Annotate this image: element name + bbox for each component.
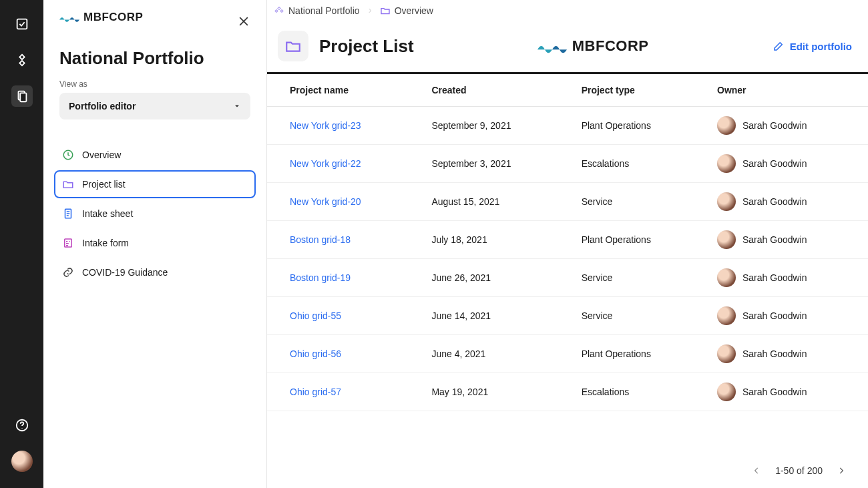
cell-type: Plant Operations (568, 107, 704, 145)
owner-avatar (717, 230, 736, 249)
cell-owner: Sarah Goodwin (717, 306, 855, 325)
pager-prev-button[interactable] (748, 463, 765, 479)
project-name-link[interactable]: Boston grid-19 (290, 272, 351, 283)
rail-docs-icon[interactable] (11, 85, 33, 107)
pager-next-button[interactable] (833, 463, 849, 479)
page-title: Project List (319, 36, 414, 57)
svg-point-8 (69, 241, 71, 242)
rail-apps-icon[interactable] (11, 49, 33, 71)
cell-owner: Sarah Goodwin (717, 268, 855, 287)
svg-point-4 (21, 428, 22, 429)
owner-avatar (717, 116, 736, 135)
chevron-right-icon (837, 466, 846, 475)
table-row[interactable]: New York grid-23September 9, 2021Plant O… (267, 107, 868, 145)
sheet-icon (62, 208, 74, 220)
svg-rect-2 (20, 93, 26, 101)
project-name-link[interactable]: New York grid-22 (290, 158, 361, 169)
form-icon (62, 237, 74, 249)
col-project-name[interactable]: Project name (267, 73, 418, 107)
app-rail (0, 0, 43, 488)
pager: 1-50 of 200 (267, 453, 868, 488)
sidebar-item-covid-guidance[interactable]: COVID-19 Guidance (54, 258, 256, 286)
breadcrumb: National Portfolio Overview (267, 0, 868, 21)
cell-type: Escalations (568, 145, 704, 183)
sidebar-item-label: Intake form (82, 238, 129, 248)
rail-help-icon[interactable] (11, 415, 33, 436)
cell-created: September 9, 2021 (418, 107, 568, 145)
folder-icon (62, 178, 74, 190)
table-row[interactable]: Ohio grid-56June 4, 2021Plant Operations… (267, 335, 868, 373)
breadcrumb-section-label: Overview (395, 5, 433, 16)
cell-owner: Sarah Goodwin (717, 116, 855, 135)
project-name-link[interactable]: New York grid-23 (290, 120, 361, 131)
view-as-label: View as (43, 71, 266, 93)
owner-name: Sarah Goodwin (742, 196, 807, 207)
project-name-link[interactable]: Boston grid-18 (290, 234, 351, 245)
cell-type: Plant Operations (568, 335, 704, 373)
table-row[interactable]: Ohio grid-55June 14, 2021ServiceSarah Go… (267, 297, 868, 335)
cell-owner: Sarah Goodwin (717, 344, 855, 363)
owner-name: Sarah Goodwin (742, 120, 807, 131)
sidebar-item-intake-form[interactable]: Intake form (54, 229, 256, 257)
role-select[interactable]: Portfolio editor (59, 93, 250, 119)
col-project-type[interactable]: Project type (568, 73, 704, 107)
cell-owner: Sarah Goodwin (717, 230, 855, 249)
owner-name: Sarah Goodwin (742, 272, 807, 283)
table-row[interactable]: New York grid-20August 15, 2021ServiceSa… (267, 183, 868, 221)
cell-type: Service (568, 183, 704, 221)
project-name-link[interactable]: Ohio grid-57 (290, 387, 341, 397)
table-row[interactable]: Ohio grid-57May 19, 2021EscalationsSarah… (267, 373, 868, 411)
rail-home-icon[interactable] (11, 13, 33, 35)
cell-created: May 19, 2021 (418, 373, 568, 411)
cell-created: July 18, 2021 (418, 221, 568, 259)
cell-owner: Sarah Goodwin (717, 383, 855, 401)
close-sidebar-button[interactable] (234, 12, 253, 31)
cell-created: August 15, 2021 (418, 183, 568, 221)
breadcrumb-section[interactable]: Overview (380, 5, 433, 16)
edit-portfolio-button[interactable]: Edit portfolio (773, 40, 852, 52)
cell-type: Service (568, 297, 704, 335)
header-brand-name: MBFCORP (572, 37, 649, 55)
clock-icon (62, 149, 74, 161)
sidebar-nav: Overview Project list Intake sheet Intak… (43, 136, 266, 292)
header-brand-logo: MBFCORP (425, 37, 762, 55)
cell-created: June 26, 2021 (418, 259, 568, 297)
rail-user-avatar[interactable] (11, 451, 33, 472)
sidebar-item-label: Overview (82, 150, 121, 160)
main-content: National Portfolio Overview Project List… (267, 0, 868, 488)
cell-type: Service (568, 259, 704, 297)
sidebar-item-label: COVID-19 Guidance (82, 267, 168, 278)
sidebar-item-label: Project list (82, 179, 126, 190)
owner-name: Sarah Goodwin (742, 158, 807, 169)
chevron-left-icon (752, 466, 761, 475)
table-row[interactable]: New York grid-22September 3, 2021Escalat… (267, 145, 868, 183)
cell-created: September 3, 2021 (418, 145, 568, 183)
sidebar-item-label: Intake sheet (82, 208, 133, 219)
owner-name: Sarah Goodwin (742, 348, 807, 359)
folder-icon (380, 5, 391, 16)
col-created[interactable]: Created (418, 73, 568, 107)
link-icon (62, 266, 74, 278)
sidebar-item-intake-sheet[interactable]: Intake sheet (54, 200, 256, 228)
cell-owner: Sarah Goodwin (717, 154, 855, 173)
chevron-right-icon (367, 5, 373, 16)
projects-table: Project name Created Project type Owner … (267, 72, 868, 411)
pager-range: 1-50 of 200 (775, 465, 823, 476)
sidebar-item-overview[interactable]: Overview (54, 141, 256, 169)
sidebar-item-project-list[interactable]: Project list (54, 170, 256, 198)
svg-rect-0 (17, 19, 27, 29)
brand-logo: MBFCORP (59, 11, 143, 24)
brand-name: MBFCORP (83, 11, 143, 24)
owner-avatar (717, 383, 736, 401)
sidebar-title: National Portfolio (43, 29, 266, 71)
table-row[interactable]: Boston grid-18July 18, 2021Plant Operati… (267, 221, 868, 259)
pencil-icon (773, 40, 785, 52)
project-name-link[interactable]: Ohio grid-55 (290, 310, 341, 321)
table-row[interactable]: Boston grid-19June 26, 2021ServiceSarah … (267, 259, 868, 297)
project-name-link[interactable]: New York grid-20 (290, 196, 361, 207)
project-name-link[interactable]: Ohio grid-56 (290, 348, 341, 359)
col-owner[interactable]: Owner (704, 73, 868, 107)
portfolio-sidebar: MBFCORP National Portfolio View as Portf… (43, 0, 267, 488)
role-select-value: Portfolio editor (69, 101, 136, 111)
breadcrumb-portfolio[interactable]: National Portfolio (274, 5, 360, 16)
